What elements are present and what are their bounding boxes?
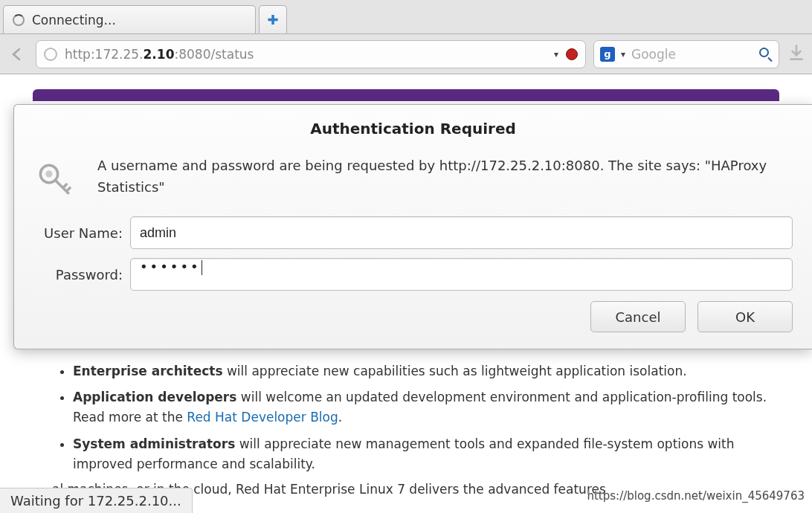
url-field[interactable]: http:172.25.2.10:8080/status ▾ [36,40,586,68]
watermark: https://blog.csdn.net/weixin_45649763 [587,489,805,503]
google-badge-icon: g [600,47,615,62]
search-placeholder: Google [631,47,753,62]
password-label: Password: [33,267,123,283]
chevron-down-icon[interactable]: ▾ [621,49,625,59]
banner-stripe [33,89,779,101]
ok-button[interactable]: OK [697,301,793,332]
url-path: :8080/status [174,47,254,62]
plus-icon: ✚ [267,12,278,28]
search-field[interactable]: g ▾ Google [593,40,779,68]
new-tab-button[interactable]: ✚ [259,5,287,33]
loading-spinner-icon [13,14,25,26]
url-text: http:172.25.2.10:8080/status [65,47,547,62]
username-label: User Name: [33,225,123,241]
username-input[interactable] [130,216,793,249]
bullet-text: . [338,410,342,425]
nav-bar: http:172.25.2.10:8080/status ▾ g ▾ Googl… [0,34,812,74]
globe-icon [44,48,57,61]
chevron-down-icon[interactable]: ▾ [554,49,558,59]
password-mask: •••••• [140,259,201,274]
status-bar: Waiting for 172.25.2.10... [0,488,193,513]
bullet-text: will appreciate new capabilities such as… [223,364,687,378]
list-item: Application developers will welcome an u… [73,387,779,428]
stop-icon[interactable] [566,48,578,60]
text-cursor [202,260,202,275]
developer-blog-link[interactable]: Red Hat Developer Blog [187,410,338,425]
browser-tab[interactable]: Connecting... [3,5,256,33]
back-arrow-icon [9,45,27,63]
bullet-list: Enterprise architects will appreciate ne… [73,361,779,474]
tab-title: Connecting... [32,13,116,28]
bullet-bold: System administrators [73,436,235,451]
downloads-button[interactable] [787,43,805,65]
password-input[interactable]: •••••• [130,258,793,291]
tab-bar: Connecting... ✚ [0,0,812,34]
cancel-button[interactable]: Cancel [590,301,686,332]
auth-dialog: Authentication Required A username and p… [13,104,812,349]
url-host: 2.10 [144,47,175,62]
back-button[interactable] [7,44,28,65]
list-item: Enterprise architects will appreciate ne… [73,361,779,381]
dialog-message: A username and password are being reques… [97,155,793,199]
dialog-title: Authentication Required [33,120,793,138]
list-item: System administrators will appreciate ne… [73,434,779,474]
bullet-bold: Application developers [73,390,236,404]
url-prefix: http:172.25. [65,47,144,62]
search-icon[interactable] [759,48,773,61]
svg-point-1 [45,170,52,177]
key-icon [33,155,75,203]
bullet-bold: Enterprise architects [73,364,223,378]
